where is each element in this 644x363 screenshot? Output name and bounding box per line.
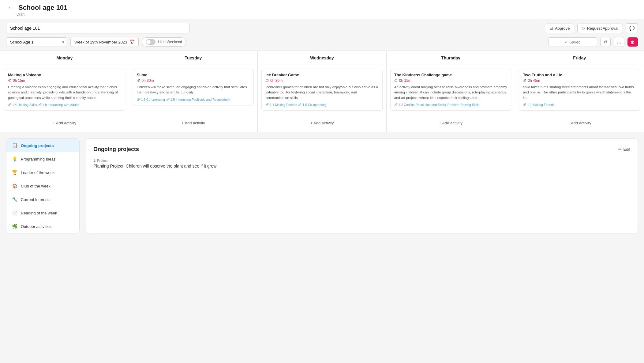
sidebar-label-leader: Leader of the week [21, 170, 55, 175]
sidebar-item-club-of-week[interactable]: 🏠 Club of the week [6, 179, 79, 193]
tag-thursday-1: 1.2 Conflict Resolution and Social Probl… [394, 103, 479, 107]
activity-title-wednesday: Ice Breaker Game [265, 73, 379, 77]
tag-monday-2: 1.9 Interacting with Adults [38, 103, 79, 107]
bottom-section: 📋 Ongoing projects 💡 Programming Ideas 🏆… [0, 132, 644, 240]
edit-button[interactable]: ✏ Edit [618, 147, 630, 152]
day-header-thursday: Thursday [387, 51, 515, 65]
app-title: School age 101 [18, 4, 67, 12]
tag-wednesday-1: 1.1 Making Friends [265, 103, 297, 107]
reading-icon: 📄 [12, 210, 18, 216]
time-icon-wednesday: ⏱ [265, 78, 269, 83]
activity-title-thursday: The Kindness Challenge game [394, 73, 507, 77]
programming-ideas-icon: 💡 [12, 156, 18, 162]
controls-row: ☑ Approve ▷ Request Approval 💬 [0, 19, 644, 37]
sidebar-label-ongoing-projects: Ongoing projects [21, 143, 54, 148]
activity-title-tuesday: Slime [137, 73, 250, 77]
tag-tuesday-1: 1.6 Co-operating [137, 98, 165, 101]
add-activity-wednesday[interactable]: + Add activity [261, 118, 383, 128]
hide-weekend-toggle-wrapper: Hide Weekend [142, 37, 186, 47]
filter-row: School Age 1 School Age 2 Week of 19th N… [0, 37, 644, 51]
week-picker[interactable]: Week of 19th November 2023 📅 [70, 37, 139, 47]
content-panel: Ongoing projects ✏ Edit 1. Project Plant… [86, 138, 638, 233]
activity-tags-tuesday: 1.6 Co-operating 1.5 Interacting Positiv… [137, 98, 250, 101]
sidebar-item-current-interests[interactable]: 🔧 Current Interests [6, 193, 79, 206]
sidebar-item-outdoor-activities[interactable]: 🌿 Outdoor activities [6, 220, 79, 233]
play-icon: ▷ [582, 26, 585, 31]
ongoing-projects-icon: 📋 [12, 143, 18, 148]
activity-desc-friday: child takes turns sharing three statemen… [523, 85, 636, 100]
sidebar-item-leader-of-week[interactable]: 🏆 Leader of the week [6, 166, 79, 179]
leader-icon: 🏆 [12, 170, 18, 175]
activity-desc-thursday: An activity about bullying aims to raise… [394, 85, 507, 100]
activity-time-monday: ⏱ 0h 15m [8, 78, 121, 83]
activity-card-friday[interactable]: Two Truths and a Lie ⏱ 0h 45m child take… [519, 69, 640, 111]
class-select-wrapper: School Age 1 School Age 2 [6, 37, 67, 47]
chat-button[interactable]: 💬 [626, 23, 638, 33]
time-icon-tuesday: ⏱ [137, 78, 140, 83]
refresh-button[interactable]: ↺ [600, 37, 611, 47]
add-activity-tuesday[interactable]: + Add activity [133, 118, 254, 128]
content-title: Ongoing projects [93, 146, 139, 153]
saved-status: ✓ Saved [548, 37, 597, 47]
sidebar-panel: 📋 Ongoing projects 💡 Programming Ideas 🏆… [6, 138, 80, 233]
export-button[interactable]: ⬚ [614, 37, 624, 47]
approve-button[interactable]: ☑ Approve [545, 24, 574, 33]
content-header: Ongoing projects ✏ Edit [93, 146, 630, 153]
sidebar-label-interests: Current Interests [21, 197, 51, 202]
day-col-monday: Making a Volcano ⏱ 0h 15m Creating a vol… [0, 65, 129, 132]
day-header-tuesday: Tuesday [129, 51, 258, 65]
class-select[interactable]: School Age 1 School Age 2 [6, 37, 67, 47]
activity-card-thursday[interactable]: The Kindness Challenge game ⏱ 0h 15m An … [390, 69, 511, 111]
project-entry: 1. Project Planting Project: Children wi… [93, 159, 630, 168]
request-approval-button[interactable]: ▷ Request Approval [577, 24, 623, 33]
time-icon-monday: ⏱ [8, 78, 12, 83]
club-icon: 🏠 [12, 183, 18, 189]
add-activity-friday[interactable]: + Add activity [519, 118, 640, 128]
time-icon-friday: ⏱ [523, 78, 526, 83]
day-col-thursday: The Kindness Challenge game ⏱ 0h 15m An … [387, 65, 515, 132]
sidebar-item-ongoing-projects[interactable]: 📋 Ongoing projects [6, 139, 79, 152]
hide-weekend-toggle[interactable] [146, 39, 155, 45]
calendar-grid: Monday Tuesday Wednesday Thursday Friday… [0, 51, 644, 132]
activity-card-wednesday[interactable]: Ice Breaker Game ⏱ 0h 30m Icebreaker gam… [261, 69, 383, 111]
day-header-wednesday: Wednesday [258, 51, 387, 65]
plan-name-input[interactable] [6, 23, 190, 33]
interests-icon: 🔧 [12, 197, 18, 202]
day-header-monday: Monday [0, 51, 129, 65]
sidebar-label-programming-ideas: Programming Ideas [21, 157, 55, 161]
activity-tags-friday: 1.1 Making Friends [523, 103, 636, 107]
day-col-friday: Two Truths and a Lie ⏱ 0h 45m child take… [515, 65, 644, 132]
delete-button[interactable]: 🗑 [627, 37, 638, 47]
back-button[interactable]: ← [6, 4, 15, 12]
tag-wednesday-2: 1.6 Co-operating [298, 103, 326, 107]
day-col-tuesday: Slime ⏱ 0h 30m Children will make slime,… [129, 65, 258, 132]
activity-desc-wednesday: Icebreaker games for children are not on… [265, 85, 379, 100]
outdoor-icon: 🌿 [12, 224, 18, 229]
day-header-friday: Friday [515, 51, 644, 65]
sidebar-item-programming-ideas[interactable]: 💡 Programming Ideas [6, 152, 79, 166]
top-bar: ← School age 101 Draft [0, 0, 644, 19]
time-icon-thursday: ⏱ [394, 78, 398, 83]
sidebar-item-reading-of-week[interactable]: 📄 Reading of the week [6, 206, 79, 220]
add-activity-thursday[interactable]: + Add activity [390, 118, 511, 128]
tag-friday-1: 1.1 Making Friends [523, 103, 554, 107]
week-label: Week of 19th November 2023 [74, 40, 127, 44]
right-controls: ☑ Approve ▷ Request Approval 💬 [545, 23, 638, 33]
day-col-wednesday: Ice Breaker Game ⏱ 0h 30m Icebreaker gam… [258, 65, 387, 132]
activity-tags-wednesday: 1.1 Making Friends 1.6 Co-operating [265, 103, 379, 107]
tag-monday-1: 1.4 Helping Skills [8, 103, 37, 107]
activity-time-wednesday: ⏱ 0h 30m [265, 78, 379, 83]
activity-tags-thursday: 1.2 Conflict Resolution and Social Probl… [394, 103, 507, 107]
tag-tuesday-2: 1.5 Interacting Positively and Respectfu… [166, 98, 230, 101]
activity-card-monday[interactable]: Making a Volcano ⏱ 0h 15m Creating a vol… [4, 69, 125, 111]
activity-card-tuesday[interactable]: Slime ⏱ 0h 30m Children will make slime,… [133, 69, 254, 105]
sidebar-label-reading: Reading of the week [21, 211, 57, 215]
hide-weekend-label: Hide Weekend [158, 40, 182, 44]
activity-time-tuesday: ⏱ 0h 30m [137, 78, 250, 83]
activity-time-thursday: ⏱ 0h 15m [394, 78, 507, 83]
calendar-icon: 📅 [129, 40, 135, 44]
add-activity-monday[interactable]: + Add activity [4, 118, 125, 128]
sidebar-label-club: Club of the week [21, 184, 51, 188]
approve-icon: ☑ [549, 26, 553, 31]
activity-desc-monday: Creating a volcano is an engaging and ed… [8, 85, 121, 100]
